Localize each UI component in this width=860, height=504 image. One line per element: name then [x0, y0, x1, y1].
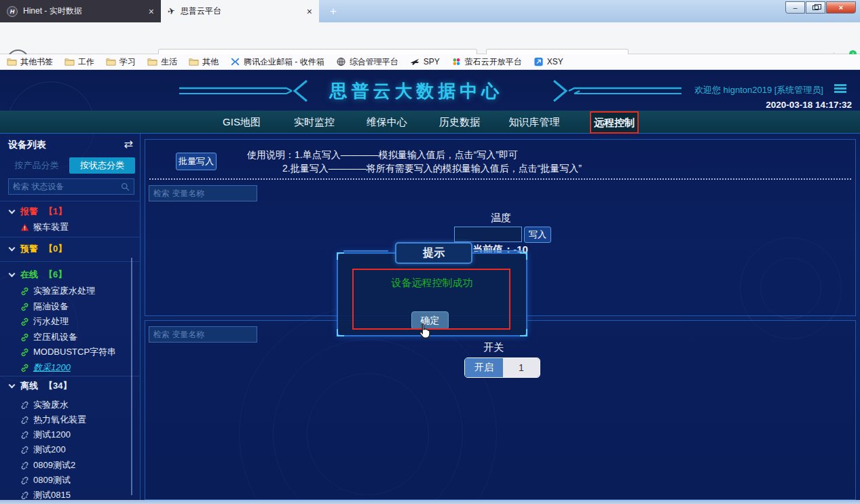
datetime-text: 2020-03-18 14:17:32	[766, 100, 852, 110]
variable-search-input[interactable]	[153, 189, 253, 198]
new-tab-button[interactable]: +	[325, 3, 341, 19]
nav-tab-gis-map[interactable]: GIS地图	[214, 111, 269, 134]
ezviz-icon	[451, 57, 462, 66]
chevron-down-icon	[9, 381, 16, 388]
broken-link-icon	[20, 491, 29, 500]
device-item[interactable]: 污水处理	[0, 315, 136, 328]
xsy-icon	[534, 57, 544, 66]
variable-search[interactable]	[149, 326, 257, 343]
group-online[interactable]: 在线 【6】	[0, 268, 136, 282]
switch-on-button[interactable]: 开启	[465, 358, 503, 377]
close-button[interactable]: ×	[826, 1, 856, 14]
batch-write-button[interactable]: 批量写入	[176, 153, 217, 170]
device-item[interactable]: 实验废水	[0, 398, 136, 412]
browser-tab-sipu[interactable]: ✈ 思普云平台 ×	[161, 0, 319, 22]
device-item[interactable]: 0809测试2	[0, 459, 136, 472]
device-item[interactable]: MODBUSTCP字符串	[0, 345, 136, 359]
broken-link-icon	[20, 461, 29, 470]
device-item[interactable]: 0809测试	[0, 473, 136, 487]
device-item[interactable]: 隔油设备	[0, 300, 136, 313]
dialog-title: 提示	[395, 242, 472, 264]
restore-button[interactable]	[806, 1, 825, 14]
switch-label: 开关	[451, 341, 536, 354]
device-item-selected[interactable]: 数采1200	[0, 361, 136, 374]
broken-link-icon	[20, 416, 29, 425]
group-alarm[interactable]: 报警 【1】	[0, 205, 136, 218]
tab-by-status[interactable]: 按状态分类	[69, 157, 135, 174]
tab-by-product[interactable]: 按产品分类	[5, 157, 68, 174]
bookmark-item[interactable]: 萤石云开放平台	[451, 56, 522, 68]
dialog-corner	[337, 329, 344, 336]
device-search[interactable]	[8, 178, 134, 195]
chevron-down-icon	[9, 244, 16, 251]
dialog-corner	[337, 252, 344, 260]
broken-link-icon	[20, 431, 29, 440]
broken-link-icon	[20, 401, 29, 410]
alarm-icon	[20, 223, 29, 232]
folder-icon	[7, 57, 17, 66]
device-item[interactable]: 测试200	[0, 443, 136, 457]
main-nav	[0, 111, 860, 134]
broken-link-icon	[20, 476, 29, 485]
search-icon	[121, 182, 130, 191]
device-item[interactable]: 空压机设备	[0, 330, 136, 344]
mouse-cursor-icon	[416, 322, 434, 340]
mail-icon	[230, 57, 240, 66]
nav-tab-realtime-monitor[interactable]: 实时监控	[287, 111, 341, 134]
bookmark-item[interactable]: 综合管理平台	[336, 56, 398, 68]
instructions-line1: 使用说明：1.单点写入————模拟量输入值后，点击“写入”即可	[247, 149, 518, 161]
browser-tab-bar: H Hinet - 实时数据 × ✈ 思普云平台 × + – ×	[0, 0, 860, 22]
nav-tab-history-data[interactable]: 历史数据	[432, 111, 487, 134]
bookmark-item[interactable]: 学习	[106, 56, 136, 68]
device-list-sidebar: 设备列表 ⇄ 按产品分类 按状态分类 报警 【1】 猴车装置 预警 【0】 在线…	[0, 134, 141, 500]
bookmark-item[interactable]: XSY	[534, 57, 563, 66]
folder-icon	[64, 57, 75, 66]
tab-title: 思普云平台	[181, 5, 301, 17]
tab-close-icon[interactable]: ×	[149, 6, 154, 17]
window-controls: – ×	[785, 1, 856, 14]
minimize-button[interactable]: –	[785, 1, 805, 14]
variable-search-input[interactable]	[153, 330, 253, 339]
bookmark-item[interactable]: SPY	[410, 57, 440, 66]
device-item[interactable]: 热力氧化装置	[0, 413, 136, 427]
welcome-text: 欢迎您 hignton2019 [系统管理员]	[694, 84, 823, 96]
nav-tab-remote-control[interactable]: 远程控制	[590, 111, 639, 134]
browser-tab-hinet[interactable]: H Hinet - 实时数据 ×	[0, 0, 161, 22]
variable-search[interactable]	[149, 185, 257, 201]
bookmark-item[interactable]: 其他	[189, 56, 219, 68]
switch-toggle[interactable]: 开启 1	[464, 357, 540, 378]
dotted-divider	[149, 178, 851, 180]
restore-icon	[812, 5, 819, 10]
device-item[interactable]: 猴车装置	[0, 220, 136, 234]
chevron-down-icon	[9, 270, 16, 277]
device-item[interactable]: 实验室废水处理	[0, 284, 136, 298]
temperature-input[interactable]	[454, 227, 522, 242]
nav-tab-maintenance-center[interactable]: 维保中心	[360, 111, 414, 134]
title-decoration-left	[179, 79, 322, 103]
group-warning[interactable]: 预警 【0】	[0, 242, 136, 256]
temperature-label: 温度	[460, 212, 542, 225]
device-item[interactable]: 测试1200	[0, 428, 136, 442]
sidebar-title: 设备列表	[8, 139, 46, 151]
tab-close-icon[interactable]: ×	[307, 6, 312, 17]
user-menu-icon[interactable]	[834, 84, 846, 94]
bookmark-item[interactable]: 生活	[147, 56, 177, 68]
link-icon	[20, 333, 29, 342]
bookmarks-bar: 其他书签 工作 学习 生活 其他 腾讯企业邮箱 - 收件箱 综合管理平台 SPY…	[0, 54, 860, 70]
jet-icon	[410, 57, 420, 66]
instructions-line2: 2.批量写入————将所有需要写入的模拟量输入值后，点击“批量写入”	[282, 163, 582, 175]
switch-write-panel: 开关 开启 1	[145, 320, 856, 500]
broken-link-icon	[20, 446, 29, 454]
link-icon	[20, 287, 29, 296]
bookmark-item[interactable]: 腾讯企业邮箱 - 收件箱	[230, 56, 324, 68]
folder-icon	[189, 57, 199, 66]
bookmark-item[interactable]: 其他书签	[7, 56, 53, 68]
sidebar-scrollbar[interactable]	[131, 258, 132, 495]
bookmark-item[interactable]: 工作	[64, 56, 94, 68]
group-offline[interactable]: 离线 【34】	[0, 379, 136, 393]
collapse-swap-icon[interactable]: ⇄	[124, 138, 133, 151]
device-search-input[interactable]	[13, 182, 118, 191]
write-button[interactable]: 写入	[524, 227, 551, 243]
window-bottom-edge	[0, 500, 860, 504]
nav-tab-knowledge-base[interactable]: 知识库管理	[502, 111, 566, 134]
